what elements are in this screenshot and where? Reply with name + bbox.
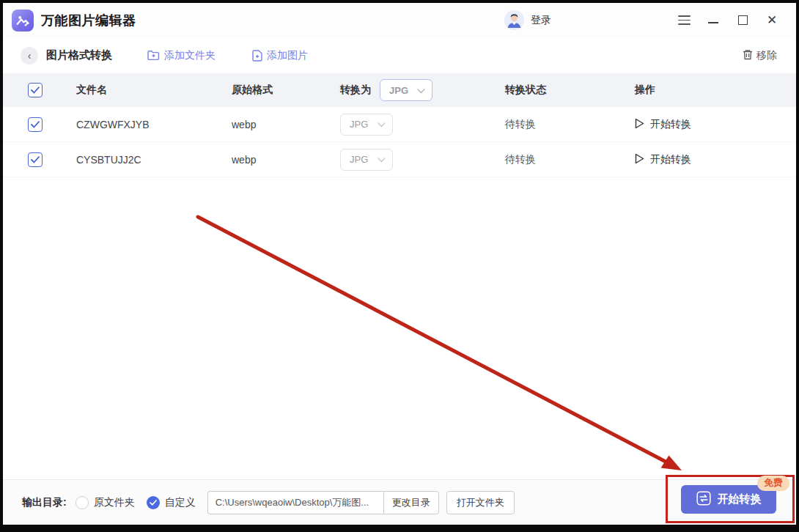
row-format-select[interactable]: JPG [340, 114, 393, 136]
file-name: CZWGWFXJYB [76, 119, 232, 130]
radio-unchecked-icon [76, 496, 89, 509]
start-convert-label: 开始转换 [718, 492, 762, 506]
chevron-down-icon [378, 119, 386, 130]
start-convert-group: 开始转换 免费 [666, 475, 795, 523]
convert-transfer-icon [696, 491, 711, 508]
add-folder-label: 添加文件夹 [164, 49, 216, 62]
header-operation: 操作 [635, 84, 796, 97]
content-area [3, 177, 796, 479]
close-icon: ✕ [767, 14, 777, 26]
play-icon [635, 153, 644, 166]
app-title: 万能图片编辑器 [41, 12, 136, 29]
open-folder-button[interactable]: 打开文件夹 [446, 491, 515, 514]
chevron-down-icon [417, 85, 425, 96]
table-row: CZWGWFXJYB webp JPG 待转换 开始转换 [3, 107, 796, 142]
radio-custom-label: 自定义 [165, 496, 196, 509]
row-format-value: JPG [350, 154, 368, 165]
row-format-value: JPG [350, 119, 368, 130]
convert-status: 待转换 [505, 153, 635, 166]
remove-label: 移除 [756, 49, 777, 62]
header-status: 转换状态 [505, 84, 635, 97]
play-icon [635, 118, 644, 131]
file-format: webp [232, 154, 340, 166]
titlebar-controls: 登录 ✕ [504, 10, 784, 31]
table-row: CYSBTUJJ2C webp JPG 待转换 开始转换 [3, 142, 796, 177]
file-format: webp [232, 119, 340, 130]
folder-plus-icon [147, 50, 160, 61]
table-header: 文件名 原始格式 转换为 JPG 转换状态 操作 [3, 73, 796, 107]
chevron-down-icon [378, 154, 386, 165]
output-path-group: 更改目录 [207, 491, 439, 514]
row-start-convert-label: 开始转换 [650, 153, 691, 166]
header-original-format: 原始格式 [232, 84, 340, 97]
global-format-value: JPG [389, 85, 408, 96]
row-checkbox[interactable] [28, 152, 43, 167]
app-logo-icon [12, 10, 34, 32]
free-badge: 免费 [757, 476, 789, 491]
app-window: 万能图片编辑器 登录 [0, 0, 799, 532]
toolbar: ‹ 图片格式转换 添加文件夹 添加图片 [3, 37, 796, 73]
login-label: 登录 [531, 14, 551, 27]
back-icon: ‹ [28, 50, 32, 62]
add-image-button[interactable]: 添加图片 [252, 49, 308, 62]
trash-icon [743, 49, 753, 62]
maximize-button[interactable] [730, 10, 755, 31]
output-path-input[interactable] [207, 491, 383, 514]
row-format-select[interactable]: JPG [340, 149, 393, 171]
login-button[interactable]: 登录 [504, 10, 551, 30]
file-name: CYSBTUJJ2C [76, 154, 232, 166]
row-start-convert-label: 开始转换 [650, 118, 691, 131]
radio-checked-icon [147, 496, 160, 509]
file-plus-icon [252, 50, 262, 62]
global-format-select[interactable]: JPG [380, 79, 432, 101]
header-convert-to: 转换为 [340, 84, 371, 97]
page-title: 图片格式转换 [46, 48, 112, 62]
radio-original-folder[interactable]: 原文件夹 [76, 496, 135, 509]
convert-status: 待转换 [505, 118, 635, 131]
output-dir-label: 输出目录: [22, 496, 67, 509]
row-start-convert-button[interactable]: 开始转换 [635, 153, 691, 166]
select-all-checkbox[interactable] [28, 83, 43, 97]
radio-original-label: 原文件夹 [94, 496, 135, 509]
add-folder-button[interactable]: 添加文件夹 [147, 49, 216, 62]
change-dir-button[interactable]: 更改目录 [383, 491, 439, 514]
remove-button[interactable]: 移除 [743, 49, 777, 62]
user-avatar-icon [504, 10, 524, 30]
menu-icon[interactable] [671, 10, 696, 31]
row-start-convert-button[interactable]: 开始转换 [635, 118, 691, 131]
close-button[interactable]: ✕ [759, 10, 784, 31]
add-image-label: 添加图片 [267, 49, 308, 62]
row-checkbox[interactable] [28, 117, 43, 132]
radio-custom[interactable]: 自定义 [147, 496, 196, 509]
titlebar: 万能图片编辑器 登录 [3, 3, 796, 37]
header-filename: 文件名 [76, 84, 232, 97]
back-button[interactable]: ‹ [21, 47, 38, 64]
minimize-button[interactable] [701, 10, 726, 31]
window-content: 万能图片编辑器 登录 [3, 3, 796, 525]
